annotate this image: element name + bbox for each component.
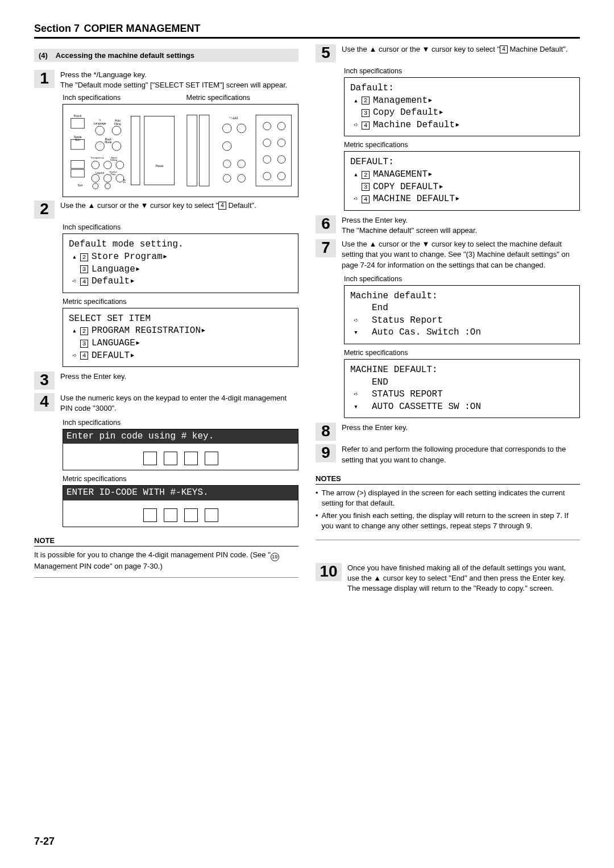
- pin-digit: [184, 452, 198, 465]
- lcd-row: ➪STATUS REPORT: [350, 389, 574, 401]
- svg-text:Transparency: Transparency: [90, 156, 104, 159]
- metric-label: Metric specifications: [344, 141, 580, 149]
- control-panel-diagram: Punch */ Language Auto Filing Book Mode …: [63, 104, 298, 197]
- svg-point-10: [116, 161, 124, 169]
- lcd-row: ▾Auto Cas. Switch :On: [350, 327, 574, 339]
- arrow-right-icon: ▸: [201, 325, 206, 337]
- step-text: Press the Enter key. The "Machine defaul…: [342, 215, 477, 236]
- section-label: Section 7: [34, 23, 80, 34]
- arrow-right-icon: ▸: [455, 193, 460, 206]
- lcd-row: End: [350, 302, 574, 315]
- down-cursor-icon: [141, 201, 148, 210]
- step2-c: cursor key to select ": [148, 201, 218, 210]
- step-3: 3 Press the Enter key.: [34, 372, 298, 390]
- step2-a: Use the: [60, 201, 88, 210]
- cursor-icon: ➪: [350, 120, 362, 131]
- down-icon: ▾: [350, 402, 362, 412]
- lcd-item: DEFAULT: [92, 350, 130, 362]
- pin-digit: [164, 452, 177, 465]
- step-number: 4: [34, 393, 55, 411]
- step-number: 8: [316, 423, 336, 441]
- lcd-row: 3Copy Default▸: [350, 107, 574, 119]
- lcd-item: LANGUAGE: [92, 337, 135, 350]
- page-number: 7-27: [34, 836, 55, 848]
- svg-text:Sort: Sort: [78, 184, 84, 187]
- notes-body: • The arrow (>) displayed in the screen …: [316, 488, 580, 540]
- svg-point-46: [277, 123, 285, 131]
- svg-text:Language: Language: [94, 122, 106, 125]
- menu-num-2: 2: [80, 253, 88, 261]
- menu-num-4: 4: [80, 352, 88, 360]
- lcd-title: Machine default:: [350, 290, 574, 303]
- s6-l1: Press the Enter key.: [342, 216, 408, 224]
- bullet-dot: •: [316, 511, 318, 531]
- svg-point-45: [263, 123, 271, 131]
- lcd-title: Default mode setting.: [69, 239, 292, 251]
- step-text: Press the Enter key.: [60, 372, 126, 390]
- svg-point-42: [223, 160, 231, 168]
- inch-label: Inch specifications: [63, 223, 298, 231]
- pin-digit: [205, 452, 218, 465]
- svg-point-15: [116, 174, 124, 182]
- step-8: 8 Press the Enter key.: [316, 423, 580, 441]
- notes-heading: NOTES: [316, 474, 580, 485]
- lcd-item: Default: [92, 276, 130, 288]
- s7-a: Use the: [342, 240, 369, 248]
- lcd-item: COPY DEFAULT: [373, 181, 438, 194]
- step-1: 1 Press the */Language key. The "Default…: [34, 70, 298, 90]
- up-cursor-icon: [374, 574, 381, 582]
- arrow-right-icon: ▸: [135, 264, 141, 276]
- lcd-header: Enter pin code using # key.: [63, 429, 298, 444]
- lcd-row: 3LANGUAGE▸: [69, 337, 292, 350]
- lcd-item: Language: [92, 264, 135, 276]
- subsection-heading: (4) Accessing the machine default settin…: [34, 49, 298, 62]
- page: Section 7 COPIER MANAGEMENT (4) Accessin…: [0, 0, 614, 868]
- svg-text:Editing: Editing: [110, 158, 117, 161]
- arrow-right-icon: ▸: [455, 119, 460, 132]
- left-column: (4) Accessing the machine default settin…: [34, 44, 298, 597]
- lcd-item: Status Report: [372, 315, 443, 327]
- svg-rect-44: [256, 115, 292, 186]
- svg-text:Filing: Filing: [114, 123, 121, 126]
- pin-digit-row: [69, 452, 292, 465]
- s5-b: cursor or the: [376, 45, 422, 53]
- up-cursor-icon: [369, 240, 376, 248]
- lcd-row: ▴2MANAGEMENT▸: [350, 169, 574, 181]
- right-column: 5 Use the cursor or the cursor key to se…: [316, 44, 580, 597]
- cursor-icon: ➪: [350, 316, 362, 326]
- svg-point-50: [277, 156, 285, 164]
- lcd-row: ➪4MACHINE DEFAULT▸: [350, 193, 574, 206]
- arrow-right-icon: ▸: [163, 251, 168, 264]
- note-heading: NOTE: [34, 536, 298, 546]
- step-number: 2: [34, 201, 55, 219]
- down-cursor-icon: [422, 240, 430, 248]
- svg-text:* / AÄÂ: * / AÄÂ: [229, 117, 238, 120]
- lcd-row: 3Language▸: [69, 264, 292, 276]
- menu-num-2: 2: [362, 97, 370, 105]
- inch-label: Inch specifications: [63, 419, 298, 427]
- step-4: 4 Use the numeric keys on the keypad to …: [34, 393, 298, 414]
- lcd-title: DEFAULT:: [350, 156, 574, 169]
- svg-point-48: [277, 139, 285, 147]
- inch-label: Inch specifications: [344, 275, 580, 283]
- subsection-text: Accessing the machine default settings: [56, 51, 194, 60]
- lcd-item: Machine Default: [373, 119, 455, 132]
- svg-text:Ex: Ex: [123, 181, 126, 183]
- arrow-right-icon: ▸: [135, 337, 141, 350]
- svg-point-49: [263, 156, 271, 164]
- svg-text:Page: Page: [111, 173, 116, 176]
- svg-point-14: [103, 174, 111, 182]
- svg-text:Mode: Mode: [105, 141, 111, 144]
- step-text: Press the Enter key.: [342, 423, 408, 441]
- step-text: Use the cursor or the cursor key to sele…: [342, 44, 568, 62]
- step-2: 2 Use the cursor or the cursor key to se…: [34, 201, 298, 219]
- up-cursor-icon: [369, 45, 376, 53]
- lcd-default-metric: DEFAULT: ▴2MANAGEMENT▸ 3COPY DEFAULT▸ ➪4…: [344, 151, 580, 210]
- note-text: It is possible for you to change the 4-d…: [34, 550, 298, 578]
- down-cursor-icon: [422, 45, 430, 53]
- step1-line1: Press the */Language key.: [60, 70, 147, 79]
- pin-digit: [143, 508, 157, 522]
- s5-c: cursor key to select ": [429, 45, 500, 53]
- step-text: Press the */Language key. The "Default m…: [60, 70, 287, 90]
- menu-num-3: 3: [362, 183, 370, 191]
